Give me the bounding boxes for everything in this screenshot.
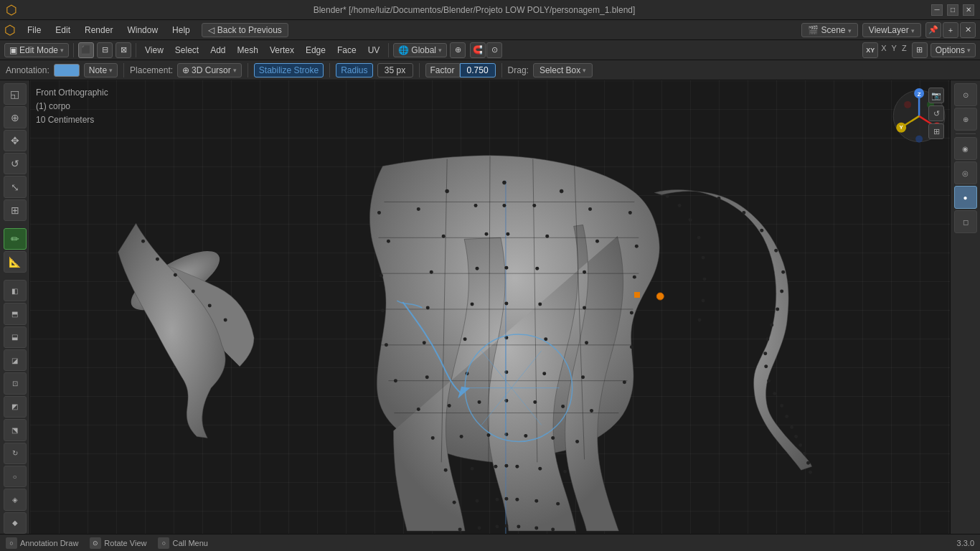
selectbox-chevron: ▾ — [583, 67, 586, 74]
snap-magnet-btn[interactable]: 🧲 — [470, 42, 486, 58]
cursor-chevron: ▾ — [233, 67, 237, 74]
viewport-nav-icons: 📷 ↺ ⊞ — [928, 88, 944, 139]
uv-menu[interactable]: UV — [364, 44, 385, 57]
transform-tool-btn[interactable]: ⊞ — [4, 199, 27, 221]
pin-icon[interactable]: 📌 — [925, 22, 941, 38]
grid-btn[interactable]: ⊞ — [928, 123, 944, 139]
factor-label[interactable]: Factor — [425, 63, 460, 77]
move-tool-btn[interactable]: ✥ — [4, 130, 27, 151]
placement-label: Placement: — [130, 65, 173, 75]
close-scene-icon[interactable]: ✕ — [960, 22, 976, 38]
x-label: X — [879, 42, 888, 58]
shear-btn[interactable]: ◆ — [4, 512, 27, 534]
edit-menu[interactable]: Edit — [50, 24, 76, 37]
window-menu[interactable]: Window — [121, 24, 164, 37]
stabilize-stroke-btn[interactable]: Stabilize Stroke — [254, 63, 324, 77]
proportional-btn[interactable]: ⊙ — [486, 42, 502, 58]
menu-bar: ⬡ File Edit Render Window Help ◁ Back to… — [0, 20, 980, 40]
radius-value[interactable]: 35 px — [377, 63, 413, 77]
transform-icon: 🌐 — [398, 45, 409, 55]
separator-2 — [136, 43, 136, 57]
add-menu[interactable]: Add — [206, 44, 230, 57]
measure-tool-btn[interactable]: 📐 — [4, 251, 27, 273]
minimize-button[interactable]: ─ — [931, 4, 943, 16]
face-menu[interactable]: Face — [333, 44, 361, 57]
window-title: Blender* [/home/luiz/Documentos/Blender/… — [17, 5, 931, 15]
lmb-icon: ○ — [6, 537, 17, 549]
gizmo-btn[interactable]: ⊙ — [954, 83, 977, 106]
camera-view-btn[interactable]: 📷 — [928, 88, 944, 103]
select-box-dropdown[interactable]: Select Box ▾ — [533, 63, 593, 77]
blender-icon: ⬡ — [4, 22, 16, 38]
annotation-draw-status: ○ Annotation Draw — [6, 537, 78, 549]
radius-label[interactable]: Radius — [336, 63, 372, 77]
add-cube-btn[interactable]: ◧ — [4, 280, 27, 301]
vertex-menu[interactable]: Vertex — [265, 44, 298, 57]
scale-tool-btn[interactable]: ⤡ — [4, 176, 27, 197]
extrude-btn[interactable]: ⬒ — [4, 303, 27, 324]
annot-sep-5 — [501, 63, 502, 77]
poly-build-btn[interactable]: ⬔ — [4, 419, 27, 441]
xy-gizmo[interactable]: XY — [862, 42, 878, 58]
orbit-btn[interactable]: ↺ — [928, 105, 944, 121]
back-to-previous-button[interactable]: ◁ Back to Previous — [202, 23, 288, 37]
pivot-btn[interactable]: ⊕ — [450, 42, 466, 58]
bevel-btn[interactable]: ◪ — [4, 349, 27, 371]
edge-mode-btn[interactable]: ⊟ — [97, 42, 113, 58]
scene-icon: 🎬 — [808, 25, 821, 35]
edge-menu[interactable]: Edge — [301, 44, 330, 57]
annot-sep-3 — [329, 63, 330, 77]
rendered-btn[interactable]: ◉ — [954, 137, 977, 160]
help-menu[interactable]: Help — [166, 24, 196, 37]
shrink-btn[interactable]: ◈ — [4, 489, 27, 510]
rotate-view-status: ⊙ Rotate View — [90, 537, 146, 549]
knife-btn[interactable]: ◩ — [4, 396, 27, 418]
loop-cut-btn[interactable]: ⊡ — [4, 372, 27, 394]
title-bar: ⬡ Blender* [/home/luiz/Documentos/Blende… — [0, 0, 980, 20]
transform-dropdown[interactable]: 🌐 Global ▾ — [393, 43, 447, 57]
mode-icon: ▣ — [9, 45, 17, 55]
maximize-button[interactable]: □ — [947, 4, 958, 16]
face-mode-btn[interactable]: ⊠ — [116, 42, 131, 58]
overlay-btn[interactable]: ⊕ — [954, 108, 977, 131]
factor-value[interactable]: 0.750 — [460, 63, 496, 77]
note-dropdown[interactable]: Note ▾ — [84, 63, 118, 77]
cursor-dropdown[interactable]: ⊕ 3D Cursor ▾ — [177, 63, 242, 77]
status-bar: ○ Annotation Draw ⊙ Rotate View ○ Call M… — [0, 534, 980, 551]
close-button[interactable]: ✕ — [963, 4, 974, 16]
file-menu[interactable]: File — [22, 24, 47, 37]
call-menu-status: ○ Call Menu — [158, 537, 208, 549]
annotation-color[interactable] — [54, 64, 80, 77]
view-menu[interactable]: View — [141, 44, 168, 57]
vertex-mode-btn[interactable]: ⬛ — [78, 42, 94, 58]
annotate-tool-btn[interactable]: ✏ — [4, 228, 27, 250]
main-layout: ◱ ⊕ ✥ ↺ ⤡ ⊞ ✏ 📐 ◧ ⬒ ⬓ ◪ ⊡ ◩ ⬔ ↻ ○ ◈ ◆ Fr… — [0, 80, 980, 534]
mesh-menu[interactable]: Mesh — [233, 44, 263, 57]
select-menu[interactable]: Select — [171, 44, 203, 57]
rotate-tool-btn[interactable]: ↺ — [4, 153, 27, 174]
smooth-btn[interactable]: ○ — [4, 466, 27, 487]
viewlayer-dropdown[interactable]: ViewLayer ▾ — [862, 23, 921, 37]
rmb-icon: ○ — [158, 537, 169, 549]
scene-dropdown[interactable]: 🎬 Scene ▾ — [801, 23, 858, 37]
right-sep-1 — [956, 133, 976, 134]
spin-btn[interactable]: ↻ — [4, 443, 27, 464]
inset-btn[interactable]: ⬓ — [4, 326, 27, 348]
annot-sep-2 — [248, 63, 248, 77]
quad-view-btn[interactable]: ⊞ — [912, 42, 928, 58]
3d-viewport[interactable]: Front Orthographic (1) corpo 10 Centimet… — [30, 80, 950, 534]
wireframe-btn[interactable]: ◻ — [954, 210, 977, 233]
separator-1 — [73, 43, 74, 57]
material-btn[interactable]: ◎ — [954, 161, 977, 184]
options-dropdown[interactable]: Options ▾ — [930, 43, 976, 57]
solid-btn[interactable]: ● — [954, 186, 977, 209]
render-menu[interactable]: Render — [79, 24, 118, 37]
mode-dropdown[interactable]: ▣ Edit Mode ▾ — [4, 43, 69, 57]
cursor-icon: ⊕ — [182, 65, 189, 75]
annot-sep-4 — [419, 63, 420, 77]
select-tool-btn[interactable]: ◱ — [4, 83, 27, 105]
new-scene-icon[interactable]: + — [943, 22, 958, 38]
annotation-label: Annotation: — [6, 65, 50, 75]
viewport-toolbar: ▣ Edit Mode ▾ ⬛ ⊟ ⊠ View Select Add Mesh… — [0, 40, 980, 60]
cursor-tool-btn[interactable]: ⊕ — [4, 106, 27, 128]
